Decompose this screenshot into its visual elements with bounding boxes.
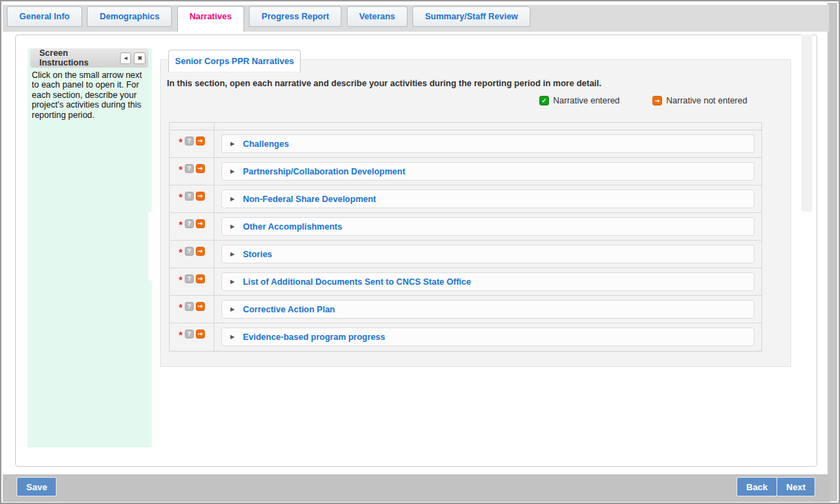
row-content-cell: ▶ List of Additional Documents Sent to C…	[214, 268, 761, 295]
help-icon[interactable]: ?	[185, 330, 194, 339]
row-content-cell: ▶ Challenges	[214, 130, 761, 157]
narrative-row-non-federal-share: * ? ⇢ ▶ Non-Federal Share Development	[170, 185, 761, 213]
table-header-icon-cell	[170, 123, 214, 130]
row-content-cell: ▶ Other Accomplishments	[214, 213, 761, 240]
screen-instructions-text: Click on the small arrow next to each pa…	[32, 70, 149, 120]
panel-scroll-handle[interactable]	[148, 212, 154, 281]
accordion-corrective-action-plan[interactable]: ▶ Corrective Action Plan	[221, 300, 754, 319]
help-icon[interactable]: ?	[185, 274, 194, 283]
narrative-row-challenges: * ? ⇢ ▶ Challenges	[170, 130, 761, 158]
accordion-challenges[interactable]: ▶ Challenges	[221, 134, 754, 153]
save-button[interactable]: Save	[17, 477, 57, 496]
accordion-evidence-based-progress[interactable]: ▶ Evidence-based program progress	[221, 327, 754, 346]
expand-arrow-icon: ▶	[230, 279, 234, 285]
narrative-title: Challenges	[243, 139, 289, 149]
row-status-cell: * ? ⇢	[170, 213, 214, 240]
close-panel-button[interactable]: ✖	[134, 52, 146, 64]
narrative-row-additional-documents: * ? ⇢ ▶ List of Additional Documents Sen…	[170, 268, 761, 296]
accordion-other-accomplishments[interactable]: ▶ Other Accomplishments	[221, 217, 754, 236]
not-entered-status-icon: ⇢	[196, 219, 205, 228]
narrative-row-stories: * ? ⇢ ▶ Stories	[170, 241, 761, 268]
tab-general-info[interactable]: General Info	[7, 6, 82, 27]
expand-arrow-icon: ▶	[230, 196, 234, 202]
narrative-title: Stories	[243, 250, 272, 259]
expand-arrow-icon: ▶	[230, 307, 234, 312]
narrative-row-partnership: * ? ⇢ ▶ Partnership/Collaboration Develo…	[170, 158, 761, 185]
table-header-strip	[170, 123, 761, 130]
narrative-title: Evidence-based program progress	[243, 332, 385, 342]
narrative-title: Other Accomplishments	[243, 222, 342, 232]
row-status-cell: * ? ⇢	[170, 185, 214, 212]
required-asterisk: *	[179, 248, 182, 257]
help-icon[interactable]: ?	[185, 219, 194, 228]
tab-summary-staff-review[interactable]: Summary/Staff Review	[412, 6, 530, 27]
expand-arrow-icon: ▶	[230, 224, 234, 230]
narratives-table: * ? ⇢ ▶ Challenges * ? ⇢ ▶ Partnership/C	[169, 122, 762, 352]
help-icon[interactable]: ?	[185, 302, 194, 311]
not-entered-status-icon: ⇢	[196, 302, 205, 311]
screen-instructions-title: Screen Instructions	[39, 48, 117, 68]
not-entered-status-icon: ⇢	[196, 274, 205, 283]
required-asterisk: *	[179, 138, 182, 147]
help-icon[interactable]: ?	[185, 247, 194, 256]
help-icon[interactable]: ?	[185, 137, 194, 145]
next-button[interactable]: Next	[777, 477, 815, 496]
row-content-cell: ▶ Evidence-based program progress	[214, 323, 761, 351]
required-asterisk: *	[179, 165, 182, 174]
check-icon: ✓	[539, 96, 549, 105]
tab-demographics[interactable]: Demographics	[87, 6, 172, 27]
not-entered-status-icon: ⇢	[196, 137, 205, 145]
row-content-cell: ▶ Corrective Action Plan	[214, 296, 761, 323]
narrative-row-evidence-based: * ? ⇢ ▶ Evidence-based program progress	[170, 323, 761, 351]
expand-arrow-icon: ▶	[230, 252, 234, 257]
legend-narrative-not-entered: ⇢ Narrative not entered	[652, 96, 747, 105]
tab-bar: General Info Demographics Narratives Pro…	[3, 5, 829, 32]
legend-entered-label: Narrative entered	[553, 96, 620, 105]
accordion-non-federal-share[interactable]: ▶ Non-Federal Share Development	[221, 190, 754, 208]
row-content-cell: ▶ Partnership/Collaboration Development	[214, 158, 761, 185]
required-asterisk: *	[179, 221, 182, 230]
tab-progress-report[interactable]: Progress Report	[249, 6, 341, 27]
legend-narrative-entered: ✓ Narrative entered	[539, 96, 620, 105]
row-status-cell: * ? ⇢	[170, 268, 214, 295]
narrative-title: List of Additional Documents Sent to CNC…	[243, 277, 471, 287]
not-entered-status-icon: ⇢	[196, 247, 205, 256]
app-window: General Info Demographics Narratives Pro…	[0, 0, 840, 504]
narrative-title: Non-Federal Share Development	[243, 194, 376, 204]
row-status-cell: * ? ⇢	[170, 323, 214, 351]
dashed-arrow-icon: ⇢	[652, 96, 662, 105]
narrative-title: Partnership/Collaboration Development	[243, 167, 405, 177]
collapse-panel-button[interactable]: ◄	[120, 52, 132, 64]
expand-arrow-icon: ▶	[230, 169, 234, 174]
row-status-cell: * ? ⇢	[170, 296, 214, 323]
not-entered-status-icon: ⇢	[196, 330, 205, 339]
help-icon[interactable]: ?	[185, 164, 194, 173]
help-icon[interactable]: ?	[185, 192, 194, 201]
accordion-additional-documents[interactable]: ▶ List of Additional Documents Sent to C…	[221, 272, 754, 291]
row-content-cell: ▶ Stories	[214, 241, 761, 268]
required-asterisk: *	[179, 331, 182, 340]
expand-arrow-icon: ▶	[230, 334, 234, 340]
narratives-panel-tab[interactable]: Senior Corps PPR Narratives	[168, 50, 301, 72]
required-asterisk: *	[179, 303, 182, 312]
right-collapsed-panel[interactable]	[801, 34, 812, 212]
tab-veterans[interactable]: Veterans	[347, 6, 408, 27]
row-content-cell: ▶ Non-Federal Share Development	[214, 185, 761, 212]
narrative-title: Corrective Action Plan	[243, 305, 335, 314]
accordion-partnership-collaboration[interactable]: ▶ Partnership/Collaboration Development	[221, 162, 754, 181]
row-status-cell: * ? ⇢	[170, 241, 214, 268]
not-entered-status-icon: ⇢	[196, 164, 205, 173]
screen-instructions-header: Screen Instructions ◄ ✖	[30, 48, 148, 68]
footer-bar	[3, 474, 830, 502]
section-intro-text: In this section, open each narrative and…	[167, 79, 774, 88]
tab-narratives[interactable]: Narratives	[177, 6, 244, 32]
right-scroll-track[interactable]	[828, 3, 837, 501]
back-button[interactable]: Back	[737, 477, 777, 496]
narrative-row-corrective-action-plan: * ? ⇢ ▶ Corrective Action Plan	[170, 296, 761, 323]
row-status-cell: * ? ⇢	[170, 158, 214, 185]
expand-arrow-icon: ▶	[230, 141, 234, 147]
legend-not-entered-label: Narrative not entered	[666, 96, 747, 105]
not-entered-status-icon: ⇢	[196, 192, 205, 201]
required-asterisk: *	[179, 193, 182, 202]
accordion-stories[interactable]: ▶ Stories	[221, 245, 754, 263]
